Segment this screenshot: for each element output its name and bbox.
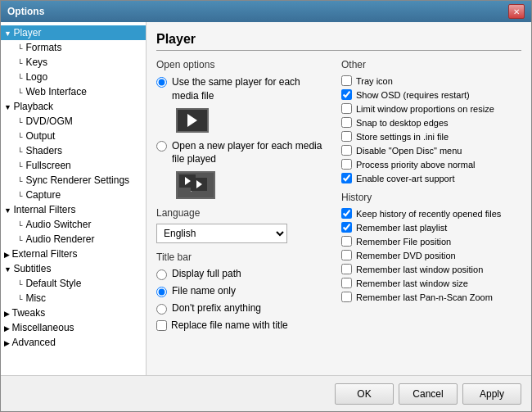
main-content: ▼ Player└Formats└Keys└Logo└Web Interface…	[1, 22, 531, 375]
other-item-store-settings: Store settings in .ini file	[341, 131, 521, 142]
other-item-process-priority: Process priority above normal	[341, 159, 521, 170]
sidebar-item-formats[interactable]: └Formats	[1, 40, 146, 55]
other-label-snap-desktop: Snap to desktop edges	[356, 118, 449, 128]
other-checkbox-tray-icon[interactable]	[341, 75, 352, 86]
history-label-remember-window-size: Remember last window size	[356, 278, 468, 288]
title-bar-buttons: ✕	[508, 4, 525, 19]
history-checkbox-remember-window-size[interactable]	[341, 278, 352, 288]
titlebar-section: Title bar Display full path File name on…	[156, 251, 328, 331]
window-title: Options	[7, 6, 44, 17]
language-select[interactable]: English French German Spanish	[156, 224, 287, 243]
radio-file-name-only: File name only	[156, 285, 328, 297]
sidebar-item-subtitles[interactable]: ▼ Subtitles	[1, 261, 146, 276]
bottom-bar: OK Cancel Apply	[1, 375, 531, 411]
sidebar-item-advanced[interactable]: ▶ Advanced	[1, 335, 146, 350]
other-label-limit-window: Limit window proportions on resize	[356, 104, 494, 114]
sidebar: ▼ Player└Formats└Keys└Logo└Web Interface…	[1, 22, 147, 375]
other-label-show-osd: Show OSD (requires restart)	[356, 90, 470, 100]
panel-title: Player	[156, 32, 521, 51]
other-checkbox-disable-open-disc[interactable]	[341, 145, 352, 156]
sidebar-item-misc[interactable]: └Misc	[1, 291, 146, 306]
history-label-remember-playlist: Remember last playlist	[356, 223, 447, 233]
history-label-remember-file-pos: Remember File position	[356, 237, 451, 247]
history-checkbox-remember-window-pos[interactable]	[341, 264, 352, 274]
other-checkbox-store-settings[interactable]	[341, 131, 352, 142]
ok-button[interactable]: OK	[335, 383, 394, 405]
history-item-remember-pan-scan: Remember last Pan-n-Scan Zoom	[341, 292, 521, 302]
sidebar-item-keys[interactable]: └Keys	[1, 55, 146, 70]
history-checkbox-remember-dvd[interactable]	[341, 250, 352, 260]
new-player-radio[interactable]	[156, 141, 167, 152]
sidebar-item-default-style[interactable]: └Default Style	[1, 276, 146, 291]
language-section: Language English French German Spanish	[156, 207, 328, 243]
other-checkbox-limit-window[interactable]	[341, 103, 352, 114]
other-item-show-osd: Show OSD (requires restart)	[341, 89, 521, 100]
history-item-remember-window-size: Remember last window size	[341, 278, 521, 288]
other-checkbox-enable-cover-art[interactable]	[341, 173, 352, 183]
other-checkbox-process-priority[interactable]	[341, 159, 352, 170]
sidebar-item-sync-renderer[interactable]: └Sync Renderer Settings	[1, 173, 146, 188]
other-item-disable-open-disc: Disable "Open Disc" menu	[341, 145, 521, 156]
other-checkbox-show-osd[interactable]	[341, 89, 352, 100]
other-label-tray-icon: Tray icon	[356, 76, 393, 86]
history-item-remember-dvd: Remember DVD position	[341, 250, 521, 260]
sidebar-item-miscellaneous[interactable]: ▶ Miscellaneous	[1, 320, 146, 335]
dont-prefix-radio[interactable]	[156, 304, 167, 315]
replace-filename-item: Replace file name with title	[156, 319, 328, 331]
history-label-remember-window-pos: Remember last window position	[356, 265, 483, 274]
sidebar-item-audio-renderer[interactable]: └Audio Renderer	[1, 232, 146, 247]
history-item-keep-history: Keep history of recently opened files	[341, 208, 521, 219]
sidebar-item-playback[interactable]: ▼ Playback	[1, 99, 146, 114]
radio-display-full-path: Display full path	[156, 268, 328, 280]
new-player-label: Open a new player for each media file pl…	[172, 139, 328, 167]
radio-new-player: Open a new player for each media file pl…	[156, 139, 328, 167]
same-player-radio[interactable]	[156, 77, 167, 88]
media-icon-2	[176, 171, 215, 199]
display-full-path-label: Display full path	[172, 268, 241, 279]
history-label-keep-history: Keep history of recently opened files	[356, 209, 501, 219]
history-item-remember-playlist: Remember last playlist	[341, 222, 521, 233]
sidebar-item-internal-filters[interactable]: ▼ Internal Filters	[1, 202, 146, 217]
file-name-only-radio[interactable]	[156, 287, 167, 297]
other-section: Other Tray icon Show OSD (requires resta…	[341, 59, 521, 183]
sidebar-item-web-interface[interactable]: └Web Interface	[1, 84, 146, 99]
close-button[interactable]: ✕	[508, 4, 525, 19]
other-item-tray-icon: Tray icon	[341, 75, 521, 86]
other-checkboxes: Tray icon Show OSD (requires restart) Li…	[341, 75, 521, 183]
display-full-path-radio[interactable]	[156, 269, 167, 280]
sidebar-item-player[interactable]: ▼ Player	[1, 25, 146, 40]
other-label-disable-open-disc: Disable "Open Disc" menu	[356, 146, 462, 156]
sidebar-item-output[interactable]: └Output	[1, 129, 146, 143]
cancel-button[interactable]: Cancel	[399, 383, 458, 405]
titlebar-label: Title bar	[156, 251, 328, 263]
sidebar-item-audio-switcher[interactable]: └Audio Switcher	[1, 217, 146, 232]
replace-filename-checkbox[interactable]	[156, 320, 167, 331]
history-checkbox-remember-file-pos[interactable]	[341, 236, 352, 247]
sidebar-item-logo[interactable]: └Logo	[1, 70, 146, 84]
history-checkbox-remember-playlist[interactable]	[341, 222, 352, 233]
sidebar-item-capture[interactable]: └Capture	[1, 188, 146, 202]
history-item-remember-window-pos: Remember last window position	[341, 264, 521, 274]
sidebar-item-tweaks[interactable]: ▶ Tweaks	[1, 306, 146, 320]
language-label: Language	[156, 207, 328, 219]
apply-button[interactable]: Apply	[462, 383, 521, 405]
history-checkbox-remember-pan-scan[interactable]	[341, 292, 352, 302]
sidebar-item-external-filters[interactable]: ▶ External Filters	[1, 247, 146, 261]
two-col-layout: Open options Use the same player for eac…	[156, 59, 521, 339]
same-player-label: Use the same player for each media file	[172, 75, 328, 103]
other-label-store-settings: Store settings in .ini file	[356, 132, 449, 142]
history-checkboxes: Keep history of recently opened files Re…	[341, 208, 521, 302]
other-item-snap-desktop: Snap to desktop edges	[341, 117, 521, 128]
radio-same-player: Use the same player for each media file	[156, 75, 328, 103]
sidebar-item-dvd-ogm[interactable]: └DVD/OGM	[1, 114, 146, 129]
sidebar-item-shaders[interactable]: └Shaders	[1, 143, 146, 158]
other-checkbox-snap-desktop[interactable]	[341, 117, 352, 128]
options-window: Options ✕ ▼ Player└Formats└Keys└Logo└Web…	[0, 0, 532, 412]
sidebar-item-fullscreen[interactable]: └Fullscreen	[1, 158, 146, 173]
main-panel: Player Open options Use the same player …	[147, 22, 531, 375]
media-icon-1	[176, 108, 209, 133]
other-label-enable-cover-art: Enable cover-art support	[356, 174, 454, 183]
history-checkbox-keep-history[interactable]	[341, 208, 352, 219]
history-label-remember-dvd: Remember DVD position	[356, 251, 456, 260]
other-label-process-priority: Process priority above normal	[356, 160, 476, 170]
